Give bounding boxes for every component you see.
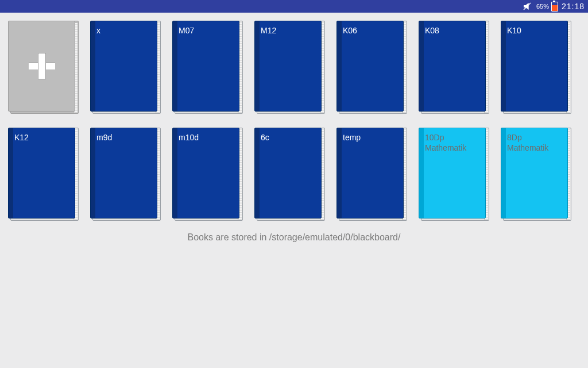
book-item[interactable]: m10d — [172, 128, 243, 221]
book-title: K06 — [343, 26, 357, 35]
book-shelf: x M07 M12 K06 K08 K10 K12 m9d — [0, 13, 588, 245]
book-item[interactable]: M07 — [172, 21, 243, 114]
book-item[interactable]: m9d — [90, 128, 161, 221]
book-item[interactable]: 8Dp Mathematik — [501, 128, 571, 221]
book-title: 10Dp Mathematik — [425, 133, 466, 152]
book-item[interactable]: 6c — [254, 128, 325, 221]
book-title: 6c — [261, 133, 269, 142]
book-title: K12 — [14, 133, 29, 142]
book-item[interactable]: 10Dp Mathematik — [419, 128, 489, 221]
book-item[interactable]: temp — [336, 128, 407, 221]
book-title: m9d — [96, 133, 112, 142]
book-title: K08 — [425, 26, 439, 35]
book-title: K10 — [507, 26, 521, 35]
mute-icon — [523, 2, 532, 11]
book-title: temp — [343, 133, 361, 142]
book-title: 8Dp Mathematik — [507, 133, 548, 152]
book-title: M07 — [179, 26, 194, 35]
book-item[interactable]: K06 — [336, 21, 407, 114]
book-item[interactable]: K12 — [8, 128, 79, 221]
shelf-row: x M07 M12 K06 K08 K10 — [8, 21, 580, 114]
battery-percent: 65% — [536, 3, 549, 10]
book-title: m10d — [179, 133, 199, 142]
book-title: M12 — [261, 26, 276, 35]
storage-path-message: Books are stored in /storage/emulated/0/… — [8, 232, 580, 243]
book-item[interactable]: M12 — [254, 21, 325, 114]
plus-icon — [29, 53, 55, 79]
add-book-button[interactable] — [8, 21, 79, 114]
book-item[interactable]: K08 — [419, 21, 489, 114]
battery-icon — [551, 2, 558, 12]
book-title: x — [96, 26, 100, 35]
android-status-bar: 65% 21:18 — [0, 0, 588, 13]
book-item[interactable]: x — [90, 21, 161, 114]
shelf-row: K12 m9d m10d 6c temp 10Dp Mathematik 8Dp… — [8, 128, 580, 221]
book-item[interactable]: K10 — [501, 21, 571, 114]
clock: 21:18 — [562, 2, 585, 11]
